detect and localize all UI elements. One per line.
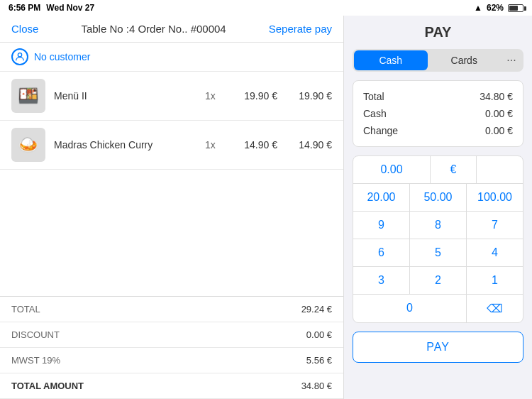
pay-change-label: Change [363, 125, 398, 136]
customer-row[interactable]: No customer [0, 43, 343, 72]
quick-amount-20[interactable]: 20.00 [353, 184, 410, 211]
total-row: TOTAL 29.24 € [0, 297, 343, 322]
item-name-0: Menü II [54, 90, 196, 102]
pay-cash-label: Cash [363, 108, 387, 119]
pay-total-value: 34.80 € [480, 91, 513, 102]
pay-summary: Total 34.80 € Cash 0.00 € Change 0.00 € [353, 80, 523, 147]
pay-title: PAY [353, 24, 523, 40]
key-2[interactable]: 2 [410, 267, 467, 294]
left-panel: Close Table No :4 Order No.. #00004 Sepe… [0, 16, 344, 399]
total-amount-value: 34.80 € [301, 381, 332, 391]
order-item: 🍛 Madras Chicken Curry 1x 14.90 € 14.90 … [0, 121, 343, 170]
keypad-display-empty [477, 156, 523, 183]
customer-icon [11, 48, 28, 65]
mwst-label: MWST 19% [11, 355, 60, 366]
keypad-row-654: 6 5 4 [353, 239, 523, 267]
status-bar-right: ▲ 62% [474, 3, 523, 13]
pay-cash-value: 0.00 € [485, 108, 513, 119]
key-6[interactable]: 6 [353, 239, 410, 266]
status-time: 6:56 PM [9, 3, 40, 13]
item-qty-1: 1x [205, 139, 226, 151]
total-label: TOTAL [11, 304, 40, 315]
item-total-0: 19.90 € [286, 90, 332, 102]
quick-amount-50[interactable]: 50.00 [410, 184, 467, 211]
tab-cash[interactable]: Cash [354, 50, 428, 70]
tab-more-button[interactable]: ··· [501, 54, 522, 67]
quick-amount-100[interactable]: 100.00 [467, 184, 523, 211]
pay-change-row: Change 0.00 € [363, 122, 513, 139]
item-price-0: 19.90 € [235, 90, 277, 102]
key-3[interactable]: 3 [353, 267, 410, 294]
pay-cash-row: Cash 0.00 € [363, 105, 513, 122]
keypad-display: 0.00 € [353, 156, 523, 184]
wifi-icon: ▲ [474, 3, 482, 13]
keypad: 0.00 € 20.00 50.00 100.00 9 8 7 6 5 4 [353, 155, 523, 323]
status-date: Wed Nov 27 [46, 3, 94, 13]
pay-tabs: Cash Cards ··· [353, 49, 523, 72]
discount-row: DISCOUNT 0.00 € [0, 322, 343, 348]
battery-icon [508, 4, 523, 12]
keypad-quick-amounts: 20.00 50.00 100.00 [353, 184, 523, 212]
key-9[interactable]: 9 [353, 212, 410, 239]
totals-section: TOTAL 29.24 € DISCOUNT 0.00 € MWST 19% 5… [0, 296, 343, 399]
key-7[interactable]: 7 [467, 212, 523, 239]
item-total-1: 14.90 € [286, 139, 332, 151]
item-name-1: Madras Chicken Curry [54, 139, 196, 151]
discount-value: 0.00 € [306, 329, 332, 340]
keypad-display-currency: € [431, 156, 477, 183]
svg-point-0 [18, 53, 21, 57]
separate-pay-button[interactable]: Seperate pay [269, 23, 332, 35]
pay-change-value: 0.00 € [485, 125, 513, 136]
key-5[interactable]: 5 [410, 239, 467, 266]
total-value: 29.24 € [301, 304, 332, 315]
key-4[interactable]: 4 [467, 239, 523, 266]
order-items: 🍱 Menü II 1x 19.90 € 19.90 € 🍛 Madras Ch… [0, 72, 343, 296]
key-8[interactable]: 8 [410, 212, 467, 239]
main-layout: Close Table No :4 Order No.. #00004 Sepe… [0, 16, 532, 399]
status-bar-left: 6:56 PM Wed Nov 27 [9, 3, 94, 13]
key-0[interactable]: 0 [353, 295, 467, 322]
item-qty-0: 1x [205, 90, 226, 102]
pay-button[interactable]: PAY [353, 332, 523, 363]
key-backspace[interactable]: ⌫ [467, 295, 523, 322]
keypad-row-321: 3 2 1 [353, 267, 523, 295]
close-button[interactable]: Close [11, 23, 38, 35]
order-header: Close Table No :4 Order No.. #00004 Sepe… [0, 16, 343, 43]
mwst-value: 5.56 € [306, 355, 332, 366]
keypad-row-987: 9 8 7 [353, 212, 523, 239]
total-amount-label: TOTAL AMOUNT [11, 381, 84, 391]
pay-total-label: Total [363, 91, 384, 102]
item-image-1: 🍛 [11, 128, 45, 162]
status-bar: 6:56 PM Wed Nov 27 ▲ 62% [0, 0, 532, 16]
keypad-display-value[interactable]: 0.00 [353, 156, 431, 183]
order-title: Table No :4 Order No.. #00004 [81, 23, 226, 35]
total-amount-row: TOTAL AMOUNT 34.80 € [0, 373, 343, 399]
item-price-1: 14.90 € [235, 139, 277, 151]
key-1[interactable]: 1 [467, 267, 523, 294]
keypad-row-0: 0 ⌫ [353, 295, 523, 322]
mwst-row: MWST 19% 5.56 € [0, 348, 343, 373]
tab-cards[interactable]: Cards [428, 50, 501, 70]
discount-label: DISCOUNT [11, 329, 60, 340]
right-panel: PAY Cash Cards ··· Total 34.80 € Cash 0.… [344, 16, 532, 399]
customer-label: No customer [34, 51, 90, 62]
item-image-0: 🍱 [11, 79, 45, 113]
pay-total-row: Total 34.80 € [363, 88, 513, 105]
order-item: 🍱 Menü II 1x 19.90 € 19.90 € [0, 72, 343, 121]
battery-level: 62% [487, 3, 504, 13]
